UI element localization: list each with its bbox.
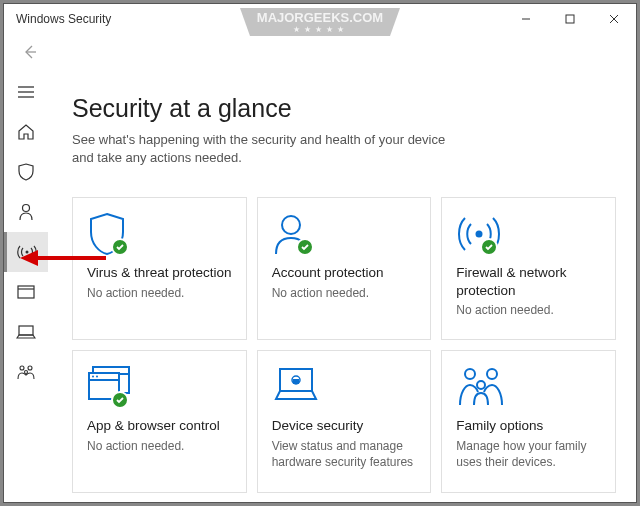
page-title: Security at a glance [72, 94, 616, 123]
card-sub: No action needed. [87, 285, 232, 301]
browser-icon [17, 285, 35, 299]
shield-icon [18, 163, 34, 181]
svg-point-17 [282, 216, 300, 234]
card-device-security[interactable]: Device security View status and manage h… [257, 350, 432, 493]
minimize-button[interactable] [504, 4, 548, 34]
svg-point-9 [26, 251, 29, 254]
app-window: Windows Security [3, 3, 637, 503]
sidebar-item-settings[interactable] [6, 498, 46, 506]
sidebar-item-app-browser[interactable] [6, 272, 46, 312]
card-firewall-network[interactable]: Firewall & network protection No action … [441, 197, 616, 340]
svg-point-23 [92, 376, 94, 378]
card-account-protection[interactable]: Account protection No action needed. [257, 197, 432, 340]
home-icon [17, 123, 35, 141]
svg-point-15 [25, 371, 28, 374]
family-icon [16, 364, 36, 380]
page-subtitle: See what's happening with the security a… [72, 131, 452, 167]
card-sub: View status and manage hardware security… [272, 438, 417, 470]
card-sub: No action needed. [272, 285, 417, 301]
svg-rect-27 [293, 379, 299, 384]
laptop-icon [16, 325, 36, 339]
main-content: Security at a glance See what's happenin… [48, 70, 636, 506]
sidebar-item-virus[interactable] [6, 152, 46, 192]
menu-button[interactable] [6, 72, 46, 112]
svg-point-8 [23, 205, 30, 212]
sidebar-item-firewall[interactable] [4, 232, 48, 272]
svg-point-18 [476, 231, 483, 238]
window-title: Windows Security [4, 12, 504, 26]
svg-point-24 [96, 376, 98, 378]
antenna-icon [17, 244, 37, 260]
status-ok-badge [296, 238, 314, 256]
card-sub: Manage how your family uses their device… [456, 438, 601, 470]
card-sub: No action needed. [456, 302, 601, 318]
card-title: Account protection [272, 264, 417, 282]
sidebar-item-family[interactable] [6, 352, 46, 392]
cards-grid: Virus & threat protection No action need… [72, 197, 616, 493]
hamburger-icon [18, 86, 34, 98]
person-icon [18, 203, 34, 221]
svg-point-30 [477, 381, 485, 389]
close-button[interactable] [592, 4, 636, 34]
svg-point-28 [465, 369, 475, 379]
card-virus-threat[interactable]: Virus & threat protection No action need… [72, 197, 247, 340]
svg-rect-10 [18, 286, 34, 298]
sidebar [4, 70, 48, 506]
back-button[interactable] [14, 36, 46, 68]
sidebar-item-home[interactable] [6, 112, 46, 152]
card-title: Family options [456, 417, 601, 435]
sidebar-item-device-security[interactable] [6, 312, 46, 352]
maximize-button[interactable] [548, 4, 592, 34]
sidebar-item-account[interactable] [6, 192, 46, 232]
titlebar: Windows Security [4, 4, 636, 34]
svg-point-14 [28, 366, 32, 370]
svg-point-29 [487, 369, 497, 379]
family-icon [456, 365, 506, 407]
card-title: Virus & threat protection [87, 264, 232, 282]
card-title: Device security [272, 417, 417, 435]
svg-point-13 [20, 366, 24, 370]
card-app-browser[interactable]: App & browser control No action needed. [72, 350, 247, 493]
status-ok-badge [111, 391, 129, 409]
card-title: Firewall & network protection [456, 264, 601, 299]
svg-rect-1 [566, 15, 574, 23]
card-sub: No action needed. [87, 438, 232, 454]
card-title: App & browser control [87, 417, 232, 435]
back-bar [4, 34, 636, 70]
svg-rect-12 [19, 326, 33, 335]
laptop-icon [272, 365, 320, 405]
card-family-options[interactable]: Family options Manage how your family us… [441, 350, 616, 493]
